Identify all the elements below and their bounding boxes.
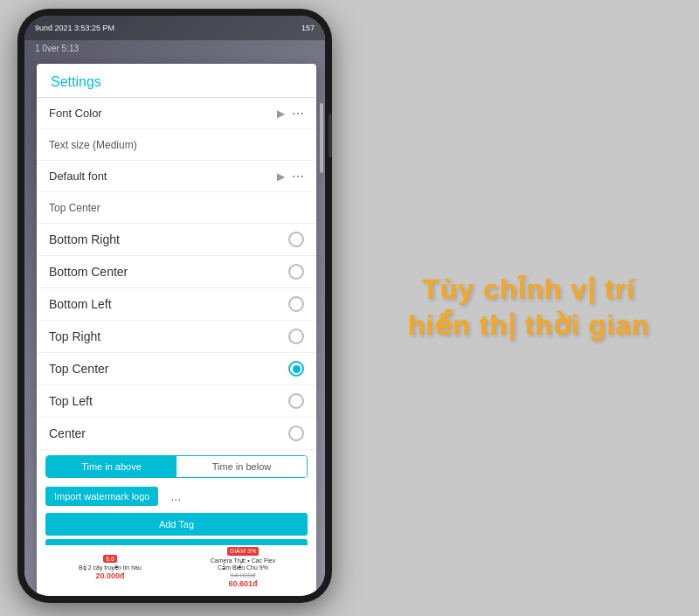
radio-bottom-left-circle[interactable] bbox=[288, 296, 304, 312]
watermark-overlay: 1 0ver 5:13 bbox=[35, 44, 79, 53]
font-color-item[interactable]: Font Color ▶ ⋯ bbox=[37, 98, 316, 129]
default-font-item[interactable]: Default font ▶ ⋯ bbox=[37, 161, 316, 192]
position-header-label: Top Center bbox=[49, 202, 304, 214]
radio-bottom-center-circle[interactable] bbox=[288, 264, 304, 280]
radio-top-left[interactable]: Top Left bbox=[37, 385, 316, 418]
radio-top-left-label: Top Left bbox=[49, 394, 93, 408]
ad-item-1[interactable]: GIẢM 3% Camera Trực • Các Flex Cảm Biến … bbox=[203, 547, 282, 588]
text-size-label: Text size (Medium) bbox=[49, 139, 304, 151]
ad-price-0: 20.000đ bbox=[95, 571, 124, 580]
settings-title: Settings bbox=[37, 64, 316, 98]
radio-bottom-right-label: Bottom Right bbox=[49, 232, 120, 246]
font-color-label: Font Color bbox=[49, 107, 277, 120]
default-font-arrow: ▶ bbox=[277, 170, 285, 183]
position-header: Top Center bbox=[37, 192, 316, 224]
radio-center[interactable]: Center bbox=[37, 418, 316, 450]
promo-text-block: Tùy chỉnh vị trí hiển thị thời gian bbox=[384, 272, 673, 344]
add-tag-button[interactable]: Add Tag bbox=[45, 513, 308, 536]
import-dots[interactable]: ... bbox=[170, 489, 181, 503]
ad-price-1: 60.601đ bbox=[228, 579, 257, 588]
radio-center-label: Center bbox=[49, 426, 86, 440]
radio-bottom-left-label: Bottom Left bbox=[49, 297, 112, 311]
radio-top-right-circle[interactable] bbox=[288, 329, 304, 344]
promo-line2: hiển thị thời gian bbox=[384, 308, 673, 345]
radio-top-left-circle[interactable] bbox=[288, 393, 304, 409]
radio-top-right-label: Top Right bbox=[49, 329, 100, 343]
ads-bar: 6.6 Bộ 2 cây truyền tin hàu 20.000đ GIẢM… bbox=[37, 545, 316, 589]
radio-bottom-center[interactable]: Bottom Center bbox=[37, 256, 316, 288]
phone-side-button bbox=[329, 114, 332, 157]
status-time: 9und 2021 3:53:25 PM bbox=[35, 24, 114, 32]
radio-bottom-right-circle[interactable] bbox=[288, 232, 304, 247]
radio-top-right[interactable]: Top Right bbox=[37, 321, 316, 353]
promo-line1: Tùy chỉnh vị trí bbox=[384, 272, 673, 308]
ad-badge-0: 6.6 bbox=[103, 555, 117, 563]
settings-dialog: Settings Font Color ▶ ⋯ Text size (Mediu… bbox=[37, 64, 316, 596]
ad-item-0[interactable]: 6.6 Bộ 2 cây truyền tin hàu 20.000đ bbox=[70, 555, 149, 580]
phone-frame: 9und 2021 3:53:25 PM 157 1 0ver 5:13 Set… bbox=[17, 9, 332, 603]
radio-top-center-label: Top Center bbox=[49, 362, 108, 376]
status-bar: 9und 2021 3:53:25 PM 157 bbox=[24, 16, 325, 40]
radio-top-center[interactable]: Top Center bbox=[37, 353, 316, 385]
tab-time-below[interactable]: Time in below bbox=[176, 456, 307, 477]
phone-screen: 9und 2021 3:53:25 PM 157 1 0ver 5:13 Set… bbox=[24, 16, 325, 596]
ad-name-1: Camera Trực • Các Flex Cảm Biến Chù 9% bbox=[203, 557, 282, 571]
import-watermark-button[interactable]: Import watermark logo bbox=[45, 487, 158, 506]
dialog-scrollbar[interactable] bbox=[320, 103, 323, 173]
status-extra: 157 bbox=[301, 24, 315, 32]
watermark-line1: 1 0ver 5:13 bbox=[35, 44, 79, 53]
radio-top-center-circle[interactable] bbox=[288, 361, 304, 377]
font-color-arrow: ▶ bbox=[277, 107, 285, 120]
radio-bottom-center-label: Bottom Center bbox=[49, 265, 128, 279]
text-size-item[interactable]: Text size (Medium) bbox=[37, 129, 316, 161]
default-font-dots[interactable]: ⋯ bbox=[292, 170, 304, 183]
radio-center-circle[interactable] bbox=[288, 426, 304, 441]
default-font-label: Default font bbox=[49, 170, 277, 183]
time-position-tabs: Time in above Time in below bbox=[45, 455, 308, 478]
tab-time-above[interactable]: Time in above bbox=[46, 456, 176, 477]
font-color-dots[interactable]: ⋯ bbox=[292, 107, 304, 121]
radio-bottom-right[interactable]: Bottom Right bbox=[37, 224, 316, 256]
ad-name-0: Bộ 2 cây truyền tin hàu bbox=[79, 564, 142, 571]
radio-bottom-left[interactable]: Bottom Left bbox=[37, 288, 316, 321]
import-watermark-row: Import watermark logo ... bbox=[37, 483, 316, 509]
ad-badge-1: GIẢM 3% bbox=[227, 547, 259, 556]
ad-price-old-1: 94.000đ bbox=[231, 571, 256, 579]
